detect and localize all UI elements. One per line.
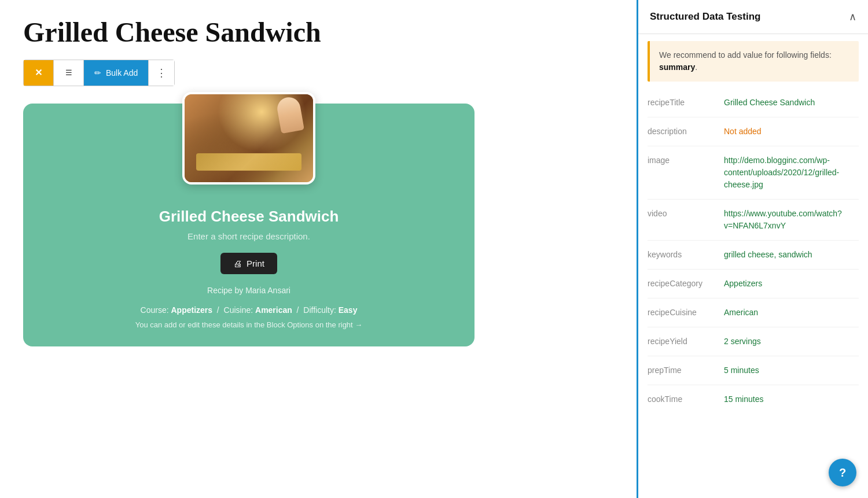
data-key: cookTime xyxy=(648,393,717,405)
recommendation-period: . xyxy=(695,62,697,72)
data-value: Appetizers xyxy=(724,278,859,290)
data-value: https://www.youtube.com/watch?v=NFAN6L7x… xyxy=(724,208,859,232)
data-row: recipeCategoryAppetizers xyxy=(648,270,859,298)
list-view-button[interactable]: ☰ xyxy=(54,60,84,86)
data-value: http://demo.blogginc.com/wp-content/uplo… xyxy=(724,154,859,191)
recipe-author: Recipe by Maria Ansari xyxy=(23,286,475,295)
print-button[interactable]: 🖨 Print xyxy=(220,253,277,274)
difficulty-value: Easy xyxy=(339,305,358,315)
toolbar: ✕ ☰ ✏ Bulk Add ⋮ xyxy=(23,60,175,86)
recipe-meta: Course: Appetizers / Cuisine: American /… xyxy=(23,305,475,315)
panel-header: Structured Data Testing ∧ xyxy=(638,0,868,34)
data-row: recipeTitleGrilled Cheese Sandwich xyxy=(648,88,859,117)
data-key: image xyxy=(648,154,717,191)
data-value: Not added xyxy=(724,126,859,138)
data-row: recipeCuisineAmerican xyxy=(648,298,859,327)
excel-button[interactable]: ✕ xyxy=(24,60,54,86)
data-table: recipeTitleGrilled Cheese Sandwichdescri… xyxy=(638,88,868,414)
right-panel: Structured Data Testing ∧ We recommend t… xyxy=(637,0,868,498)
recipe-note: You can add or edit these details in the… xyxy=(23,320,475,329)
recipe-image xyxy=(182,92,315,185)
data-key: prepTime xyxy=(648,364,717,377)
data-row: prepTime5 minutes xyxy=(648,356,859,385)
data-value: 2 servings xyxy=(724,335,859,348)
help-button[interactable]: ? xyxy=(829,459,856,486)
recipe-card: Grilled Cheese Sandwich Enter a short re… xyxy=(23,104,475,346)
data-value: 5 minutes xyxy=(724,364,859,377)
help-icon: ? xyxy=(839,466,846,479)
data-key: video xyxy=(648,208,717,232)
bulk-add-button[interactable]: ✏ Bulk Add xyxy=(84,60,149,86)
excel-icon: ✕ xyxy=(35,67,42,78)
more-icon: ⋮ xyxy=(156,67,167,79)
data-row: imagehttp://demo.blogginc.com/wp-content… xyxy=(648,146,859,200)
cuisine-value: American xyxy=(255,305,292,315)
recipe-description: Enter a short recipe description. xyxy=(23,231,475,241)
recommendation-banner: We recommend to add value for following … xyxy=(648,41,859,82)
data-key: recipeCuisine xyxy=(648,307,717,319)
page-title: Grilled Cheese Sandwich xyxy=(23,17,613,48)
recipe-image-inner xyxy=(185,94,313,182)
data-key: keywords xyxy=(648,249,717,261)
recommendation-field: summary xyxy=(659,62,695,72)
course-label: Course: xyxy=(141,305,169,315)
data-value: grilled cheese, sandwich xyxy=(724,249,859,261)
panel-title: Structured Data Testing xyxy=(650,11,760,23)
data-row: videohttps://www.youtube.com/watch?v=NFA… xyxy=(648,200,859,241)
data-row: cookTime15 minutes xyxy=(648,385,859,414)
course-value: Appetizers xyxy=(171,305,213,315)
difficulty-label: Difficulty: xyxy=(303,305,336,315)
more-options-button[interactable]: ⋮ xyxy=(149,60,174,86)
pencil-icon: ✏ xyxy=(94,68,101,78)
recommendation-text: We recommend to add value for following … xyxy=(659,49,849,73)
data-key: recipeTitle xyxy=(648,97,717,109)
printer-icon: 🖨 xyxy=(233,259,242,268)
data-row: recipeYield2 servings xyxy=(648,327,859,356)
recommendation-prefix: We recommend to add value for following … xyxy=(659,50,832,60)
list-icon: ☰ xyxy=(65,68,72,77)
recipe-card-title: Grilled Cheese Sandwich xyxy=(23,208,475,226)
collapse-icon: ∧ xyxy=(849,11,856,23)
data-key: description xyxy=(648,126,717,138)
data-row: descriptionNot added xyxy=(648,117,859,146)
data-value: American xyxy=(724,307,859,319)
bulk-add-label: Bulk Add xyxy=(106,68,138,78)
data-key: recipeYield xyxy=(648,335,717,348)
main-content: Grilled Cheese Sandwich ✕ ☰ ✏ Bulk Add ⋮… xyxy=(0,0,637,498)
data-value: 15 minutes xyxy=(724,393,859,405)
data-key: recipeCategory xyxy=(648,278,717,290)
print-label: Print xyxy=(247,259,264,268)
cuisine-label: Cuisine: xyxy=(224,305,253,315)
recipe-image-wrapper xyxy=(23,92,475,185)
panel-collapse-button[interactable]: ∧ xyxy=(849,10,856,23)
data-value: Grilled Cheese Sandwich xyxy=(724,97,859,109)
data-row: keywordsgrilled cheese, sandwich xyxy=(648,241,859,270)
